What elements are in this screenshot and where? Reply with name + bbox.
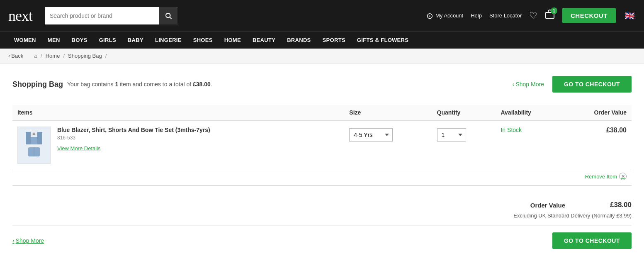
search-button[interactable] bbox=[159, 7, 177, 24]
availability-status: In Stock bbox=[501, 127, 522, 133]
cart-link[interactable]: 1 bbox=[545, 10, 555, 22]
col-quantity: Quantity bbox=[432, 105, 496, 120]
col-order-value: Order Value bbox=[562, 105, 632, 120]
account-icon: ⊙ bbox=[426, 11, 433, 21]
availability-cell: In Stock bbox=[496, 120, 562, 170]
view-details-link[interactable]: View More Details bbox=[57, 145, 101, 151]
order-summary-value: £38.00 bbox=[598, 201, 632, 209]
account-link[interactable]: ⊙ My Account bbox=[426, 11, 463, 21]
breadcrumb-sep-3: / bbox=[105, 53, 107, 59]
bag-summary-text2: item and comes to a total of bbox=[120, 81, 191, 88]
cat-brands[interactable]: BRANDS bbox=[281, 32, 316, 49]
cat-boys[interactable]: BOYS bbox=[66, 32, 93, 49]
cart-badge: 1 bbox=[551, 7, 557, 14]
bag-header: Shopping Bag Your bag contains 1 item an… bbox=[12, 72, 632, 97]
col-availability: Availability bbox=[496, 105, 562, 120]
help-label: Help bbox=[471, 12, 482, 19]
wishlist-link[interactable]: ♡ bbox=[529, 10, 537, 21]
cat-girls[interactable]: GIRLS bbox=[93, 32, 122, 49]
country-flag[interactable]: 🇬🇧 bbox=[623, 10, 636, 22]
order-summary-row: Order Value £38.00 bbox=[12, 201, 632, 209]
cat-shoes[interactable]: SHOES bbox=[187, 32, 219, 49]
quantity-select[interactable]: 1 2 3 4 5 bbox=[437, 128, 466, 142]
help-link[interactable]: Help bbox=[471, 12, 482, 19]
search-input[interactable] bbox=[45, 7, 159, 24]
quantity-cell: 1 2 3 4 5 bbox=[432, 120, 496, 170]
brand-logo[interactable]: next bbox=[8, 7, 32, 24]
cat-sports[interactable]: SPORTS bbox=[317, 32, 351, 49]
bottom-actions: ‹ Shop More GO TO CHECKOUT bbox=[12, 225, 632, 257]
remove-item-button[interactable]: Remove Item ✕ bbox=[585, 173, 627, 180]
cat-baby[interactable]: BABY bbox=[122, 32, 149, 49]
shop-more-bottom-label: Shop More bbox=[16, 237, 44, 244]
bag-summary-text1: Your bag contains bbox=[67, 81, 114, 88]
remove-item-label: Remove Item bbox=[585, 173, 617, 180]
back-label: Back bbox=[11, 53, 23, 59]
size-cell: 3-6 Mths 6-9 Mths 9-12 Mths 1-1.5 Yrs 1.… bbox=[344, 120, 432, 170]
col-items: Items bbox=[12, 105, 344, 120]
svg-point-0 bbox=[166, 13, 170, 18]
shop-more-bottom-link[interactable]: ‹ Shop More bbox=[12, 237, 44, 244]
bag-total: £38.00 bbox=[193, 81, 211, 88]
breadcrumb-sep-2: / bbox=[63, 53, 65, 59]
table-row: Blue Blazer, Shirt, Shorts And Bow Tie S… bbox=[12, 120, 632, 170]
bag-item-count: 1 bbox=[115, 81, 118, 88]
shop-more-bottom-chevron-icon: ‹ bbox=[12, 237, 15, 244]
product-cell-inner: Blue Blazer, Shirt, Shorts And Bow Tie S… bbox=[17, 127, 339, 164]
size-select[interactable]: 3-6 Mths 6-9 Mths 9-12 Mths 1-1.5 Yrs 1.… bbox=[349, 128, 393, 142]
main-content: Shopping Bag Your bag contains 1 item an… bbox=[0, 63, 644, 266]
go-checkout-bottom-button[interactable]: GO TO CHECKOUT bbox=[552, 232, 632, 249]
row-order-value: £38.00 bbox=[606, 127, 627, 134]
store-locator-label: Store Locator bbox=[489, 12, 522, 19]
cat-home[interactable]: HOME bbox=[219, 32, 247, 49]
table-header-row: Items Size Quantity Availability Order V… bbox=[12, 105, 632, 120]
top-navigation: next ⊙ My Account Help Store Locator ♡ bbox=[0, 0, 644, 31]
shop-more-chevron-icon: ‹ bbox=[513, 81, 515, 88]
remove-item-cell: Remove Item ✕ bbox=[12, 170, 632, 186]
svg-point-11 bbox=[34, 133, 35, 134]
product-image-svg bbox=[22, 130, 46, 161]
remove-circle-icon: ✕ bbox=[619, 173, 627, 180]
back-button[interactable]: ‹ Back bbox=[8, 53, 23, 59]
items-table: Items Size Quantity Availability Order V… bbox=[12, 105, 632, 186]
bag-summary: Your bag contains 1 item and comes to a … bbox=[67, 81, 212, 88]
store-locator-link[interactable]: Store Locator bbox=[489, 12, 522, 19]
cat-women[interactable]: WOMEN bbox=[8, 32, 42, 49]
svg-rect-4 bbox=[26, 132, 31, 144]
bag-title: Shopping Bag bbox=[12, 80, 63, 89]
delivery-note: Excluding UK Standard Delivery (Normally… bbox=[513, 212, 632, 219]
checkout-button[interactable]: CHECKOUT bbox=[562, 8, 616, 23]
nav-right-actions: ⊙ My Account Help Store Locator ♡ 1 CHEC… bbox=[426, 8, 636, 23]
search-bar bbox=[45, 7, 177, 24]
bag-header-actions: ‹ Shop More GO TO CHECKOUT bbox=[513, 76, 632, 93]
home-icon: ⌂ bbox=[34, 53, 37, 59]
svg-rect-5 bbox=[37, 132, 42, 144]
cat-beauty[interactable]: BEAUTY bbox=[247, 32, 281, 49]
product-name: Blue Blazer, Shirt, Shorts And Bow Tie S… bbox=[57, 127, 339, 133]
shop-more-top-link[interactable]: ‹ Shop More bbox=[513, 81, 544, 88]
wishlist-icon: ♡ bbox=[529, 10, 537, 21]
product-image[interactable] bbox=[17, 127, 51, 164]
col-size: Size bbox=[344, 105, 432, 120]
order-summary: Order Value £38.00 Excluding UK Standard… bbox=[12, 194, 632, 225]
back-chevron-icon: ‹ bbox=[8, 53, 10, 59]
breadcrumb-home[interactable]: Home bbox=[46, 53, 60, 59]
cat-lingerie[interactable]: LINGERIE bbox=[149, 32, 187, 49]
remove-item-row: Remove Item ✕ bbox=[12, 170, 632, 186]
search-icon bbox=[165, 12, 172, 20]
cat-gifts[interactable]: GIFTS & FLOWERS bbox=[351, 32, 414, 49]
account-label: My Account bbox=[435, 12, 463, 19]
breadcrumb: ‹ Back ⌂ / Home / Shopping Bag / bbox=[0, 49, 644, 63]
svg-line-1 bbox=[170, 17, 171, 19]
shop-more-top-label: Shop More bbox=[515, 81, 544, 88]
breadcrumb-current: Shopping Bag bbox=[68, 53, 102, 59]
breadcrumb-sep-1: / bbox=[41, 53, 42, 59]
product-cell: Blue Blazer, Shirt, Shorts And Bow Tie S… bbox=[12, 120, 344, 170]
go-checkout-top-button[interactable]: GO TO CHECKOUT bbox=[552, 76, 632, 93]
product-info: Blue Blazer, Shirt, Shorts And Bow Tie S… bbox=[57, 127, 339, 151]
order-summary-label: Order Value bbox=[530, 202, 565, 209]
cat-men[interactable]: MEN bbox=[42, 32, 66, 49]
category-navigation: WOMEN MEN BOYS GIRLS BABY LINGERIE SHOES… bbox=[0, 31, 644, 49]
order-value-cell: £38.00 bbox=[562, 120, 632, 170]
product-sku: 816-533 bbox=[57, 135, 339, 141]
